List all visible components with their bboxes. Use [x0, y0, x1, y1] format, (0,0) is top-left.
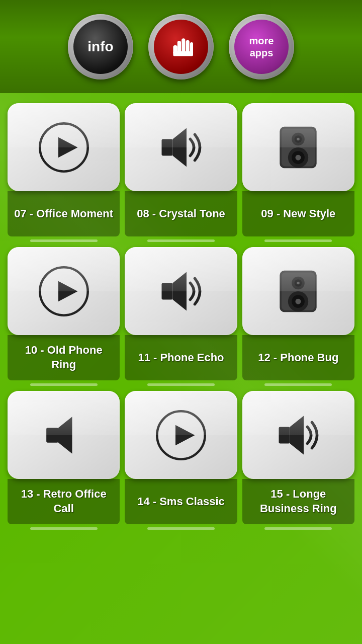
- more-apps-button[interactable]: moreapps: [229, 14, 294, 79]
- ringtone-label-07: 07 - Office Moment: [14, 207, 113, 221]
- progress-bar-14: [147, 527, 215, 530]
- ringtone-cell-10[interactable]: 10 - Old Phone Ring: [8, 247, 120, 386]
- ringtone-label-13: 13 - Retro Office Call: [12, 487, 116, 516]
- svg-marker-21: [172, 272, 187, 310]
- ringtone-grid: 07 - Office Moment 08 - Crystal Tone: [0, 93, 362, 535]
- ringtone-icon-11: [125, 247, 237, 335]
- ringtone-icon-15: [242, 391, 354, 479]
- ringtone-cell-11[interactable]: 11 - Phone Echo: [125, 247, 237, 386]
- svg-marker-35: [290, 416, 304, 454]
- svg-point-29: [296, 298, 301, 304]
- ringtone-cell-09[interactable]: 09 - New Style: [242, 103, 354, 242]
- hand-icon: [166, 32, 196, 62]
- info-button[interactable]: info: [68, 14, 133, 79]
- svg-rect-20: [161, 283, 172, 299]
- progress-bar-11: [147, 383, 215, 386]
- ringtone-icon-13: [8, 391, 120, 479]
- header: info moreapps: [0, 0, 362, 93]
- svg-rect-34: [279, 427, 290, 443]
- ringtone-label-box-14: 14 - Sms Classic: [125, 479, 237, 524]
- svg-point-14: [297, 137, 300, 140]
- stop-button[interactable]: [148, 14, 214, 79]
- ringtone-label-box-15: 15 - Longe Business Ring: [242, 479, 354, 524]
- ringtone-label-14: 14 - Sms Classic: [137, 495, 225, 509]
- ringtone-label-box-11: 11 - Phone Echo: [125, 335, 237, 380]
- ringtone-label-09: 09 - New Style: [261, 207, 335, 221]
- ringtone-label-15: 15 - Longe Business Ring: [246, 487, 350, 516]
- ringtone-label-box-08: 08 - Crystal Tone: [125, 191, 237, 236]
- ringtone-label-box-13: 13 - Retro Office Call: [8, 479, 120, 524]
- progress-bar-15: [264, 527, 332, 530]
- ringtone-icon-09: [242, 103, 354, 191]
- ringtone-label-box-12: 12 - Phone Bug: [242, 335, 354, 380]
- ringtone-cell-12[interactable]: 12 - Phone Bug: [242, 247, 354, 386]
- svg-marker-31: [58, 417, 72, 453]
- svg-rect-5: [173, 51, 193, 56]
- svg-point-17: [296, 154, 301, 160]
- progress-bar-13: [30, 527, 98, 530]
- progress-bar-08: [147, 239, 215, 242]
- ringtone-label-11: 11 - Phone Echo: [138, 351, 224, 365]
- progress-bar-09: [264, 239, 332, 242]
- svg-point-26: [297, 281, 300, 284]
- svg-marker-9: [172, 128, 187, 167]
- info-label: info: [87, 39, 113, 55]
- more-apps-label: moreapps: [249, 35, 274, 59]
- ringtone-label-box-09: 09 - New Style: [242, 191, 354, 236]
- progress-bar-10: [30, 383, 98, 386]
- svg-rect-30: [46, 428, 58, 442]
- ringtone-label-10: 10 - Old Phone Ring: [12, 343, 116, 372]
- svg-marker-19: [58, 281, 78, 301]
- svg-marker-33: [175, 425, 195, 445]
- ringtone-label-12: 12 - Phone Bug: [258, 351, 338, 365]
- svg-rect-1: [182, 38, 185, 53]
- progress-bar-12: [264, 383, 332, 386]
- ringtone-icon-14: [125, 391, 237, 479]
- ringtone-icon-07: [8, 103, 120, 191]
- svg-marker-7: [58, 137, 78, 157]
- ringtone-icon-08: [125, 103, 237, 191]
- ringtone-label-box-07: 07 - Office Moment: [8, 191, 120, 236]
- ringtone-cell-13[interactable]: 13 - Retro Office Call: [8, 391, 120, 530]
- ringtone-label-08: 08 - Crystal Tone: [137, 207, 225, 221]
- svg-rect-8: [161, 139, 172, 155]
- ringtone-icon-12: [242, 247, 354, 335]
- ringtone-cell-07[interactable]: 07 - Office Moment: [8, 103, 120, 242]
- ringtone-cell-14[interactable]: 14 - Sms Classic: [125, 391, 237, 530]
- ringtone-cell-15[interactable]: 15 - Longe Business Ring: [242, 391, 354, 530]
- ringtone-icon-10: [8, 247, 120, 335]
- ringtone-cell-08[interactable]: 08 - Crystal Tone: [125, 103, 237, 242]
- progress-bar-07: [30, 239, 98, 242]
- ringtone-label-box-10: 10 - Old Phone Ring: [8, 335, 120, 380]
